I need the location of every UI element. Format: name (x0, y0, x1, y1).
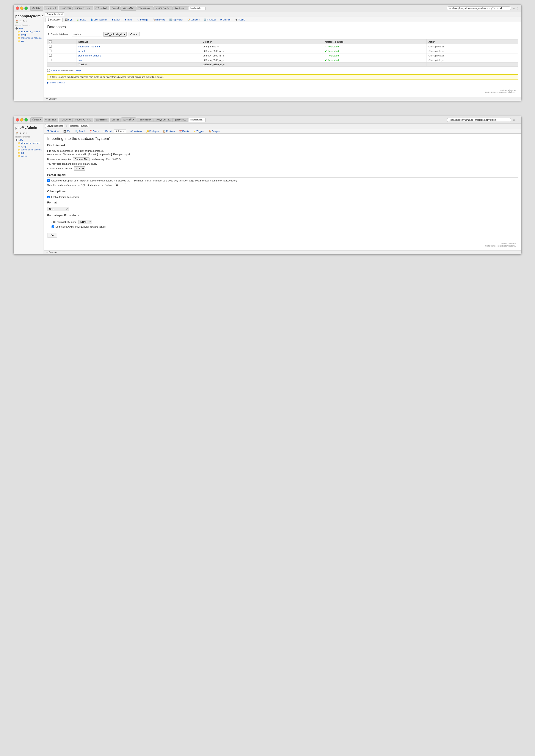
tab2-events[interactable]: 📅 Events (177, 129, 191, 133)
sidebar2-item-mysql[interactable]: 📁 mysql (14, 145, 43, 148)
tab-status-1[interactable]: 📊 Status (75, 18, 88, 22)
tab2-mysql-err[interactable]: MySQL Erro Fo... (154, 118, 173, 122)
db-link-sys[interactable]: sys (78, 59, 82, 62)
tab-vehicle[interactable]: vehicle.ac.th (43, 6, 58, 10)
tab-variables[interactable]: 📝 Variables (185, 18, 201, 22)
refresh-icon[interactable]: ↻ (19, 20, 21, 23)
priv-sys[interactable]: Check privileges (429, 59, 444, 62)
min-btn-2[interactable] (20, 118, 23, 122)
star-icon-2[interactable]: ☆ (513, 118, 515, 122)
db-link-mysql[interactable]: mysql (78, 50, 85, 52)
tab-mysql-err[interactable]: MySQL Erro Fo... (154, 6, 173, 10)
priv-perf-schema[interactable]: Check privileges (429, 55, 444, 57)
address-bar-2[interactable] (447, 118, 511, 122)
console-bar-2[interactable]: ▼ Console (44, 251, 521, 254)
min-btn-1[interactable] (20, 7, 23, 10)
tab2-general[interactable]: General (110, 118, 121, 122)
charset-select[interactable]: utf8_unicode_ci (103, 32, 127, 37)
create-button[interactable]: Create (128, 32, 140, 37)
sidebar2-item-perf-schema[interactable]: 📁 performance_schema (14, 148, 43, 151)
settings-icon-2[interactable]: ⚙ (22, 131, 25, 134)
sidebar-item-mysql[interactable]: 📁 mysql (14, 33, 43, 37)
tab2-designer[interactable]: 🎨 Designer (207, 129, 222, 133)
sidebar-item-new[interactable]: ➕ New (14, 27, 43, 30)
tab2-sql[interactable]: 🔲 SQL (62, 129, 73, 133)
tab2-operations[interactable]: ⚙ Operations (127, 129, 144, 133)
tab2-export[interactable]: ⬆ Export (101, 129, 114, 133)
tab2-facebook[interactable]: (11) facebook (94, 118, 109, 122)
sidebar-item-sys[interactable]: 📁 sys (14, 40, 43, 43)
menu-icon[interactable]: ⋮ (516, 7, 519, 10)
sidebar2-item-sys[interactable]: 📁 sys (14, 151, 43, 154)
sidebar2-item-new[interactable]: ➕ New (14, 138, 43, 142)
info-icon[interactable]: ℹ (26, 20, 27, 23)
enable-stats-link[interactable]: ▶ Enable statistics (47, 81, 518, 84)
max-btn-2[interactable] (24, 118, 28, 122)
go-button[interactable]: Go (47, 233, 57, 237)
tab2-search[interactable]: 🔍 Search (73, 129, 87, 133)
cb-perf-schema[interactable] (49, 54, 52, 57)
tab-user-accounts[interactable]: 👤 User accounts (88, 18, 109, 22)
tab2-husovru-mo[interactable]: HUSOVIPU - Mo... (73, 118, 93, 122)
select-all-checkbox[interactable] (49, 40, 52, 43)
tab2-thai1[interactable]: ทออจากที่ตั้งฯ (121, 118, 136, 122)
priv-info-schema[interactable]: Check privileges (429, 45, 444, 48)
tab-replication[interactable]: 🔄 Replication (167, 18, 185, 22)
tab2-husovru[interactable]: HUSOVIPU (59, 118, 73, 122)
tab-general[interactable]: General (110, 6, 121, 10)
star-icon[interactable]: ☆ (513, 7, 515, 10)
close-btn-2[interactable] (16, 118, 19, 122)
format-select[interactable]: SQL (47, 207, 69, 211)
close-btn-1[interactable] (16, 7, 19, 10)
tab-settings-1[interactable]: ⚙ Settings (135, 18, 150, 22)
tab-webform[interactable]: เว็บฟอร์มฯ (30, 6, 43, 11)
charset-file-select[interactable]: utf-8 (74, 166, 85, 171)
max-btn-1[interactable] (24, 7, 28, 10)
tab-facebook[interactable]: (11) facebook (94, 6, 109, 10)
col-database[interactable]: Database (76, 40, 201, 44)
tab-tems[interactable]: TêmsSôlaaem! (136, 6, 154, 10)
tab2-triggers[interactable]: ⚡ Triggers (191, 129, 206, 133)
tab-husovru[interactable]: HUSOVIPU (59, 6, 73, 10)
home-icon[interactable]: 🏠 (15, 20, 18, 23)
tab-import-1[interactable]: ⬇ Import (123, 18, 135, 22)
tab-thai1[interactable]: ทออจากที่ตั้งฯ (121, 6, 136, 11)
tab-engines[interactable]: ⚙ Engines (218, 18, 232, 22)
foreign-key-cb[interactable] (47, 196, 50, 198)
refresh-icon-2[interactable]: ↻ (19, 131, 21, 134)
tab-janeff[interactable]: janeffrecor... (173, 6, 187, 10)
drop-label[interactable]: Drop (76, 69, 81, 72)
auto-increment-cb[interactable] (51, 226, 54, 228)
allow-interrupt-cb[interactable] (47, 179, 50, 182)
tab2-janeff[interactable]: janeffrecor... (173, 118, 187, 122)
tab2-import[interactable]: ⬇ Import (114, 129, 126, 133)
check-all-cb[interactable] (47, 69, 50, 72)
sidebar-item-perf-schema[interactable]: 📁 performance_schema (14, 37, 43, 40)
tab-binary-log[interactable]: 📋 Binary log (150, 18, 167, 22)
tab2-query[interactable]: ❓ Query (88, 129, 100, 133)
tab-plugins[interactable]: 🔌 Plugins (233, 18, 247, 22)
address-bar-1[interactable] (447, 7, 511, 10)
db-link-perf-schema[interactable]: performance_schema (78, 54, 101, 57)
priv-mysql[interactable]: Check privileges (429, 50, 444, 52)
console-bar-1[interactable]: ▼ Console (44, 97, 521, 101)
check-all-label[interactable]: Check all (51, 69, 60, 72)
sidebar2-item-system[interactable]: 📁 system (14, 154, 43, 158)
tab2-tems[interactable]: TêmsSôlaaem! (136, 118, 154, 122)
tab2-localhost-active[interactable]: localhost / loc... (188, 118, 206, 122)
info-icon-2[interactable]: ℹ (26, 131, 27, 134)
db-link-info-schema[interactable]: information_schema (78, 45, 100, 48)
home-icon-2[interactable]: 🏠 (15, 131, 18, 134)
cb-sys[interactable] (49, 59, 52, 61)
sidebar2-item-info-schema[interactable]: 📁 information_schema (14, 142, 43, 145)
col-replication[interactable]: Master replication (323, 40, 427, 44)
create-db-input[interactable] (72, 32, 102, 37)
tab2-webform[interactable]: เว็บฟอร์มฯ (30, 118, 43, 122)
choose-file-btn[interactable]: Choose File (73, 157, 90, 161)
tab2-structure[interactable]: 🏗 Structure (45, 129, 61, 133)
tab2-routines[interactable]: 📋 Routines (161, 129, 177, 133)
tab-charsets[interactable]: 🔤 Charsets (202, 18, 217, 22)
tab-husovru-mo[interactable]: HUSOVIPU - Mo... (73, 6, 93, 10)
compat-mode-select[interactable]: NONE (78, 220, 92, 224)
col-collation[interactable]: Collation (201, 40, 323, 44)
